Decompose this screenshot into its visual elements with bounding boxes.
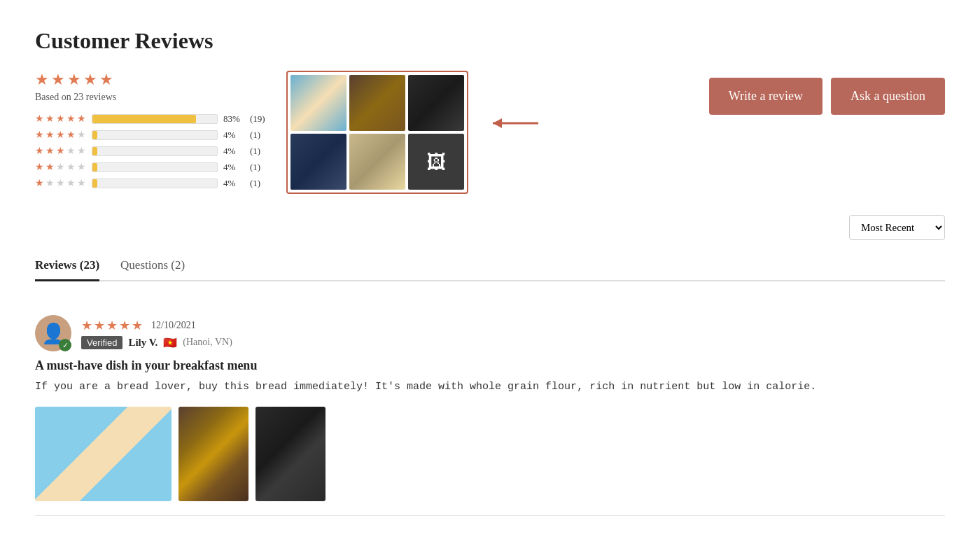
bar-bg-2 <box>92 162 218 172</box>
ask-question-button[interactable]: Ask a question <box>831 78 945 115</box>
review-photo-3[interactable] <box>255 407 326 501</box>
action-buttons: Write a review Ask a question <box>709 71 945 115</box>
rating-row-2: ★★★★★ 4% (1) <box>35 161 265 173</box>
pct-3: 4% <box>223 146 244 157</box>
rating-summary: ★ ★ ★ ★ ★ Based on 23 reviews ★★★★★ 83% <box>35 71 265 189</box>
bar-fill-4 <box>92 131 97 139</box>
count-3: (1) <box>250 146 260 157</box>
grid-photo-3[interactable] <box>408 75 464 131</box>
verified-check-icon: ✓ <box>59 339 71 351</box>
page-container: Customer Reviews ★ ★ ★ ★ ★ Based on 23 r… <box>35 28 945 516</box>
count-5: (19) <box>250 113 265 125</box>
stars-small-4: ★★★★★ <box>35 129 86 141</box>
bar-fill-2 <box>92 163 97 172</box>
bar-bg-5 <box>92 114 218 124</box>
grid-photo-more[interactable]: 🖼 <box>408 134 464 190</box>
rating-row-5: ★★★★★ 83% (19) <box>35 113 265 125</box>
rating-row-4: ★★★★★ 4% (1) <box>35 129 265 141</box>
verified-label: Verified <box>81 336 122 349</box>
pct-4: 4% <box>223 130 244 141</box>
star-3: ★ <box>67 71 81 89</box>
star-4: ★ <box>83 71 97 89</box>
grid-photo-4[interactable] <box>290 134 346 190</box>
review-stars-date: ★ ★ ★ ★ ★ 12/10/2021 <box>81 318 232 333</box>
tab-reviews[interactable]: Reviews (23) <box>35 251 99 281</box>
based-on-label: Based on 23 reviews <box>35 92 265 103</box>
rating-bars: ★★★★★ 83% (19) ★★★★★ 4% <box>35 113 265 189</box>
review-photo-2[interactable] <box>178 407 248 501</box>
reviewer-name: Lily V. <box>128 337 158 349</box>
review-photo-1[interactable] <box>35 407 172 501</box>
write-review-button[interactable]: Write a review <box>709 78 822 115</box>
review-meta: ★ ★ ★ ★ ★ 12/10/2021 Verified Lily V. 🇻🇳… <box>81 318 232 349</box>
pct-1: 4% <box>223 178 244 189</box>
review-item: 👤 ✓ ★ ★ ★ ★ ★ 12/10/2021 <box>35 301 945 516</box>
star-2: ★ <box>51 71 65 89</box>
review-list: 👤 ✓ ★ ★ ★ ★ ★ 12/10/2021 <box>35 301 945 516</box>
flag-icon: 🇻🇳 <box>163 336 177 349</box>
review-photos <box>35 407 945 501</box>
sort-select[interactable]: Most Recent Most Helpful Highest Rating … <box>849 215 945 240</box>
review-stars: ★ ★ ★ ★ ★ <box>81 318 143 333</box>
tabs: Reviews (23) Questions (2) <box>35 251 945 281</box>
stars-small-2: ★★★★★ <box>35 161 86 173</box>
star-1: ★ <box>35 71 49 89</box>
top-section: ★ ★ ★ ★ ★ Based on 23 reviews ★★★★★ 83% <box>35 71 945 194</box>
bar-fill-1 <box>92 179 97 188</box>
reviewer-location: (Hanoi, VN) <box>183 337 232 348</box>
rating-row-3: ★★★★★ 4% (1) <box>35 145 265 157</box>
reviewer-info: Verified Lily V. 🇻🇳 (Hanoi, VN) <box>81 336 232 349</box>
photo-grid[interactable]: 🖼 <box>286 71 468 194</box>
bar-bg-1 <box>92 178 218 188</box>
review-header: 👤 ✓ ★ ★ ★ ★ ★ 12/10/2021 <box>35 315 945 351</box>
grid-photo-2[interactable] <box>349 75 405 131</box>
pct-2: 4% <box>223 162 244 173</box>
bar-fill-3 <box>92 147 97 155</box>
stars-small-1: ★★★★★ <box>35 177 86 189</box>
arrow-wrapper <box>489 71 545 134</box>
arrow-icon <box>489 113 545 134</box>
page-title: Customer Reviews <box>35 28 945 54</box>
count-2: (1) <box>250 162 260 173</box>
stars-small-5: ★★★★★ <box>35 113 86 125</box>
bar-bg-4 <box>92 130 218 140</box>
svg-marker-1 <box>493 118 502 128</box>
stars-small-3: ★★★★★ <box>35 145 86 157</box>
tab-questions[interactable]: Questions (2) <box>120 251 185 281</box>
pct-5: 83% <box>223 113 244 125</box>
image-icon: 🖼 <box>426 150 446 174</box>
review-date: 12/10/2021 <box>151 320 196 331</box>
grid-photo-5[interactable] <box>349 134 405 190</box>
count-4: (1) <box>250 130 260 141</box>
count-1: (1) <box>250 178 260 189</box>
review-body: If you are a bread lover, buy this bread… <box>35 379 945 396</box>
grid-photo-1[interactable] <box>290 75 346 131</box>
bar-fill-5 <box>92 115 196 123</box>
star-5-half: ★ <box>99 71 113 89</box>
rating-row-1: ★★★★★ 4% (1) <box>35 177 265 189</box>
review-title: A must-have dish in your breakfast menu <box>35 358 945 373</box>
sort-wrapper: Most Recent Most Helpful Highest Rating … <box>35 215 945 240</box>
overall-stars: ★ ★ ★ ★ ★ <box>35 71 265 89</box>
avatar-wrapper: 👤 ✓ <box>35 315 71 351</box>
bar-bg-3 <box>92 146 218 156</box>
